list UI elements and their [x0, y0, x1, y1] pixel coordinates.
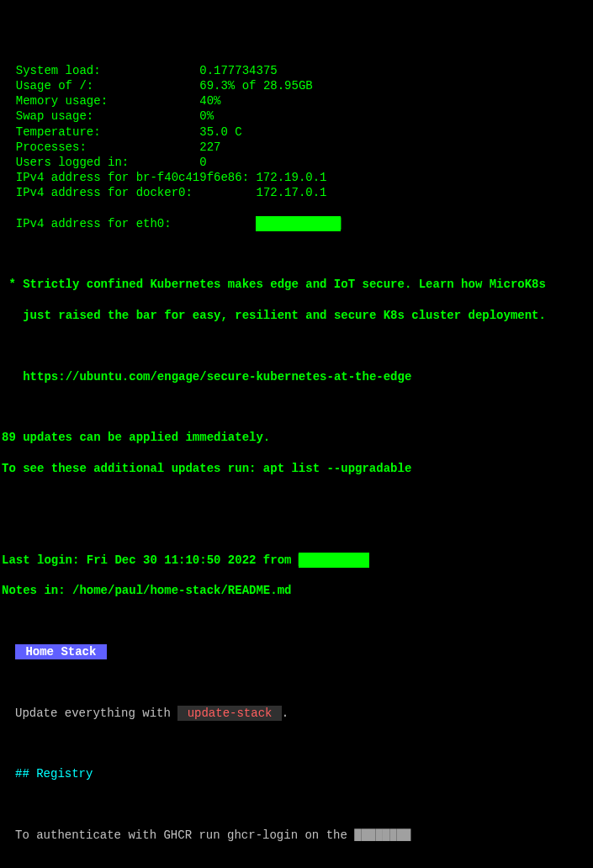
system-info-block: System load: 0.177734375 Usage of /: 69.… [2, 63, 591, 201]
updates-line1: 89 updates can be applied immediately. [2, 430, 591, 445]
sys-label: IPv4 address for eth0: [2, 217, 172, 230]
readme-title: Home Stack [15, 644, 107, 659]
heading-registry: ## Registry [2, 766, 591, 781]
redacted-text: ████████ [354, 828, 410, 842]
update-stack-cmd: update-stack [177, 706, 282, 721]
sys-row: Temperature: 35.0 C [2, 124, 591, 140]
redacted-host: ██████████ [299, 553, 369, 568]
readme-title-row: Home Stack [2, 644, 591, 659]
sys-row: Users logged in: 0 [2, 155, 591, 170]
sys-row: IPv4 address for docker0: 172.17.0.1 [2, 185, 591, 200]
redacted-ip: ████████████ [256, 216, 341, 231]
last-login-line: Last login: Fri Dec 30 11:10:50 2022 fro… [2, 553, 591, 568]
sys-row: IPv4 address for br-f40c419f6e86: 172.19… [2, 170, 591, 185]
registry-text-row: To authenticate with GHCR run ghcr-login… [2, 828, 591, 843]
sys-row: System load: 0.177734375 [2, 63, 591, 78]
sys-row: Memory usage: 40% [2, 93, 591, 108]
sys-row: Processes: 227 [2, 140, 591, 155]
sys-row-eth0: IPv4 address for eth0: ████████████ [2, 216, 591, 231]
sys-row: Swap usage: 0% [2, 108, 591, 124]
motd-url: https://ubuntu.com/engage/secure-kuberne… [2, 369, 591, 384]
updates-line2: To see these additional updates run: apt… [2, 461, 591, 476]
sys-row: Usage of /: 69.3% of 28.95GB [2, 78, 591, 93]
motd-line2: just raised the bar for easy, resilient … [2, 308, 591, 323]
motd-line1: * Strictly confined Kubernetes makes edg… [2, 277, 591, 292]
readme-update-row: Update everything with update-stack . [2, 706, 591, 721]
notes-line: Notes in: /home/paul/home-stack/README.m… [2, 583, 591, 598]
